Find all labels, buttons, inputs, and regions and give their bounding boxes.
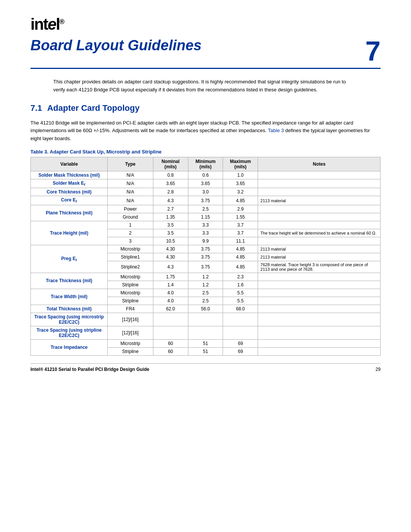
- cell-nominal: 3.65: [153, 179, 188, 188]
- cell-minimum: 1.2: [188, 273, 223, 281]
- cell-nominal: 4.30: [153, 253, 188, 261]
- table-row: Trace Spacing (using microstrip E2E/C2C)…: [31, 313, 381, 326]
- cell-minimum: 3.3: [188, 229, 223, 237]
- cell-maximum: 11.1: [223, 237, 258, 245]
- table-row: Solder Mask Thickness (mil)N/A0.80.61.0: [31, 171, 381, 179]
- cell-maximum: 3.7: [223, 221, 258, 229]
- page-footer: Intel® 41210 Serial to Parallel PCI Brid…: [30, 363, 381, 372]
- cell-type: Ground: [108, 213, 153, 221]
- cell-type: FR4: [108, 305, 153, 313]
- cell-minimum: 3.65: [188, 179, 223, 188]
- cell-maximum: 3.65: [223, 179, 258, 188]
- cell-type: N/A: [108, 196, 153, 205]
- cell-type: Microstrip: [108, 289, 153, 297]
- cell-type: Microstrip: [108, 245, 153, 253]
- cell-minimum: 1.2: [188, 281, 223, 289]
- cell-maximum: [223, 313, 258, 326]
- cell-notes: [258, 273, 381, 281]
- cell-notes: 2113 material: [258, 253, 381, 261]
- cell-nominal: 4.3: [153, 196, 188, 205]
- cell-notes: [258, 205, 381, 213]
- table-row: Plane Thickness (mil)Power2.72.52.9: [31, 205, 381, 213]
- cell-nominal: 3.5: [153, 221, 188, 229]
- cell-maximum: [223, 326, 258, 339]
- cell-minimum: 2.5: [188, 289, 223, 297]
- cell-minimum: 3.75: [188, 196, 223, 205]
- cell-nominal: 10.5: [153, 237, 188, 245]
- cell-type: Stripline: [108, 297, 153, 305]
- cell-type: [12]/[16]: [108, 326, 153, 339]
- cell-notes: [258, 347, 381, 355]
- cell-minimum: 3.75: [188, 253, 223, 261]
- cell-maximum: 4.85: [223, 245, 258, 253]
- cell-minimum: 9.9: [188, 237, 223, 245]
- table-row: Trace Thickness (mil)Microstrip1.751.22.…: [31, 273, 381, 281]
- col-header-type: Type: [108, 157, 153, 171]
- col-header-notes: Notes: [258, 157, 381, 171]
- cell-maximum: 2.9: [223, 205, 258, 213]
- table-3-link[interactable]: Table 3: [268, 128, 284, 133]
- cell-maximum: 5.5: [223, 297, 258, 305]
- cell-nominal: 60: [153, 347, 188, 355]
- chapter-number: 7: [365, 37, 381, 65]
- table-row: Solder Mask ErN/A3.653.653.65: [31, 179, 381, 188]
- cell-maximum: 68.0: [223, 305, 258, 313]
- cell-notes: 2113 material: [258, 196, 381, 205]
- table-row: Trace Width (mil)Microstrip4.02.55.5: [31, 289, 381, 297]
- intel-logo-area: intel®: [30, 15, 381, 34]
- cell-maximum: 69: [223, 347, 258, 355]
- cell-maximum: 3.2: [223, 188, 258, 196]
- cell-nominal: 4.30: [153, 245, 188, 253]
- cell-nominal: 62.0: [153, 305, 188, 313]
- cell-nominal: 1.75: [153, 273, 188, 281]
- table-caption: Table 3. Adapter Card Stack Up, Microstr…: [30, 149, 381, 155]
- cell-notes: [258, 188, 381, 196]
- cell-nominal: 0.8: [153, 171, 188, 179]
- cell-maximum: 4.85: [223, 196, 258, 205]
- cell-notes: [258, 179, 381, 188]
- table-row: Total Thickness (mil)FR462.056.068.0: [31, 305, 381, 313]
- cell-maximum: 4.85: [223, 261, 258, 273]
- cell-notes: [258, 281, 381, 289]
- section-title: 7.1 Adapter Card Topology: [30, 103, 381, 113]
- cell-maximum: 3.7: [223, 229, 258, 237]
- cell-nominal: 4.0: [153, 289, 188, 297]
- cell-type: Microstrip: [108, 339, 153, 347]
- cell-notes: [258, 313, 381, 326]
- cell-notes: [258, 305, 381, 313]
- cell-type: [12]/[16]: [108, 313, 153, 326]
- intro-text: This chapter provides details on adapter…: [53, 78, 358, 94]
- cell-minimum: 51: [188, 339, 223, 347]
- cell-type: 2: [108, 229, 153, 237]
- cell-maximum: 4.85: [223, 253, 258, 261]
- col-header-nominal: Nominal(mils): [153, 157, 188, 171]
- cell-minimum: 3.75: [188, 261, 223, 273]
- table-row: Core Thickness (mil)N/A2.83.03.2: [31, 188, 381, 196]
- chapter-header: Board Layout Guidelines 7: [30, 37, 381, 69]
- cell-notes: [258, 171, 381, 179]
- cell-notes: [258, 221, 381, 229]
- cell-minimum: 3.0: [188, 188, 223, 196]
- section-7-1: 7.1 Adapter Card Topology The 41210 Brid…: [30, 103, 381, 143]
- col-header-minimum: Minimum(mils): [188, 157, 223, 171]
- cell-maximum: 69: [223, 339, 258, 347]
- cell-type: Stripline1: [108, 253, 153, 261]
- cell-maximum: 1.0: [223, 171, 258, 179]
- cell-type: N/A: [108, 179, 153, 188]
- cell-notes: The trace height will be determined to a…: [258, 229, 381, 237]
- table-row: Core ErN/A4.33.754.852113 material: [31, 196, 381, 205]
- cell-maximum: 5.5: [223, 289, 258, 297]
- table-row: Trace Height (mil)13.53.33.7: [31, 221, 381, 229]
- registered-trademark: ®: [59, 18, 64, 26]
- cell-notes: [258, 339, 381, 347]
- cell-nominal: 3.5: [153, 229, 188, 237]
- cell-nominal: 2.8: [153, 188, 188, 196]
- chapter-title: Board Layout Guidelines: [30, 37, 202, 54]
- footer-left: Intel® 41210 Serial to Parallel PCI Brid…: [30, 367, 149, 372]
- cell-nominal: 4.0: [153, 297, 188, 305]
- cell-notes: [258, 326, 381, 339]
- cell-nominal: 1.4: [153, 281, 188, 289]
- cell-type: Stripline: [108, 347, 153, 355]
- col-header-variable: Variable: [31, 157, 108, 171]
- table-row: Trace Spacing (using stripline E2E/C2C)[…: [31, 326, 381, 339]
